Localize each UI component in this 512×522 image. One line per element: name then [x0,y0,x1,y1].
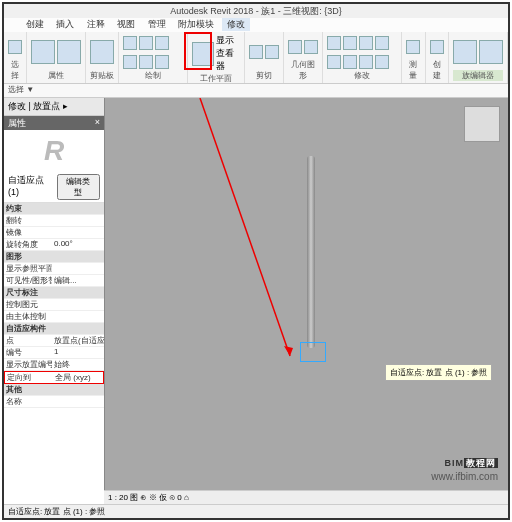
menu-item[interactable]: 视图 [112,18,140,31]
menu-bar[interactable]: 创建 插入 注释 视图 管理 附加模块 修改 [4,18,508,32]
prop-value[interactable]: 0.00° [52,239,104,250]
load-icon[interactable] [453,40,477,64]
grid-lines [105,98,405,248]
viewport-3d[interactable]: 自适应点: 放置 点 (1) : 参照 BIM教程网 www.ifbim.com [104,98,508,504]
prop-key: 编号 [4,347,52,358]
cut-icon[interactable] [265,45,279,59]
prop-key: 名称 [4,396,52,407]
watermark: BIM教程网 www.ifbim.com [431,448,498,482]
draw-icon[interactable] [139,36,153,50]
menu-item[interactable]: 插入 [51,18,79,31]
menu-item[interactable]: 管理 [143,18,171,31]
prop-key: 显示放置编号 [4,359,52,370]
section-header: 约束 [4,203,104,214]
options-bar: 选择 ▼ [4,84,508,98]
geom-icon[interactable] [304,40,318,54]
prop-value[interactable]: 编辑... [52,275,104,286]
draw-icon[interactable] [123,36,137,50]
prop-value[interactable] [52,263,104,274]
section-header: 图形 [4,251,104,262]
measure-icon[interactable] [406,40,420,54]
prop-key: 可见性/图形替换 [4,275,52,286]
modify-icon[interactable] [343,55,357,69]
svg-marker-5 [284,346,293,356]
modify-icon[interactable] [375,55,389,69]
modify-icon[interactable] [327,55,341,69]
draw-icon[interactable] [123,55,137,69]
prop-key: 镜像 [4,227,52,238]
prop-value[interactable]: 全局 (xyz) [53,372,103,383]
cut-icon[interactable] [249,45,263,59]
menu-item[interactable]: 修改 [222,18,250,31]
cursor-icon[interactable] [8,40,22,54]
prop-value[interactable]: 1 [52,347,104,358]
section-header: 自适应构件 [4,323,104,334]
context-tab[interactable]: 修改 | 放置点 ▸ [4,98,104,116]
prop-value[interactable] [52,215,104,226]
selection-box[interactable] [300,342,326,362]
viewer-button[interactable]: 查看器 [216,47,240,73]
draw-icon[interactable] [155,36,169,50]
geom-icon[interactable] [288,40,302,54]
prop-key: 点 [4,335,52,346]
modify-icon[interactable] [359,55,373,69]
prop-key: 翻转 [4,215,52,226]
ribbon: 选择 属性 剪贴板 绘制 显示查看器工作平面 剪切 几何图形 修改 测量 创建 … [4,32,508,84]
menu-item[interactable]: 注释 [82,18,110,31]
modify-icon[interactable] [327,36,341,50]
prop-key: 控制图元 [4,299,52,310]
prop-value[interactable] [52,299,104,310]
prop-value[interactable] [52,311,104,322]
family-name[interactable]: 自适应点 (1) [8,174,57,200]
prop-value[interactable]: 放置点(自适应) [52,335,104,346]
paste-icon[interactable] [90,40,114,64]
properties-panel: 修改 | 放置点 ▸ 属性× R 自适应点 (1)编辑类型 约束翻转镜像旋转角度… [4,98,104,504]
menu-item[interactable]: 附加模块 [173,18,219,31]
draw-icon[interactable] [155,55,169,69]
edit-type-button[interactable]: 编辑类型 [57,174,100,200]
section-header: 其他 [4,384,104,395]
show-button[interactable]: 显示 [216,34,240,47]
prop-value[interactable] [52,227,104,238]
prop-key: 显示参照平面 [4,263,52,274]
prop-key: 定向到 [5,372,53,383]
prop-key: 由主体控制 [4,311,52,322]
view-cube[interactable] [464,106,500,142]
modify-icon[interactable] [343,36,357,50]
properties-icon[interactable] [31,40,55,64]
status-bar: 自适应点: 放置 点 (1) : 参照 [4,504,508,518]
load-icon[interactable] [479,40,503,64]
window-title: Autodesk Revit 2018 - 族1 - 三维视图: {3D} [4,4,508,18]
panel-header: 属性× [4,116,104,130]
create-icon[interactable] [430,40,444,54]
modify-icon[interactable] [375,36,389,50]
view-control-bar[interactable]: 1 : 20 图 ⊕ ※ 仮 ⊙ 0 ⌂ [104,490,508,504]
element-tooltip: 自适应点: 放置 点 (1) : 参照 [385,364,492,381]
menu-item[interactable]: 创建 [21,18,49,31]
family-thumbnail: R [4,130,104,172]
close-icon[interactable]: × [95,117,100,129]
annotation-highlight [184,32,212,70]
model-column[interactable] [307,156,315,348]
draw-icon[interactable] [139,55,153,69]
prop-value[interactable]: 始终 [52,359,104,370]
modify-icon[interactable] [359,36,373,50]
section-header: 尺寸标注 [4,287,104,298]
prop-key: 旋转角度 [4,239,52,250]
type-icon[interactable] [57,40,81,64]
prop-value[interactable] [52,396,104,407]
